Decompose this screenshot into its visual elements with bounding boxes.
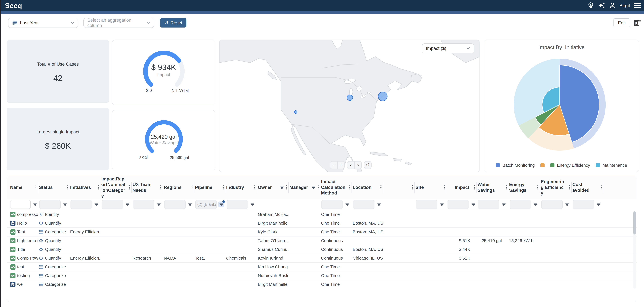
column-menu-icon[interactable] (536, 184, 539, 190)
scrollbar-thumb[interactable] (634, 212, 636, 234)
column-menu-icon[interactable] (222, 184, 224, 190)
filter-input-impact[interactable] (448, 200, 469, 209)
filter-input-industry[interactable] (226, 200, 248, 209)
filter-funnel-icon[interactable] (564, 202, 570, 207)
aggregation-select[interactable]: Select an aggregation column (84, 18, 154, 28)
col-header-blank[interactable] (383, 176, 415, 199)
table-row[interactable]: high temp idQuantifyTatum O'Kenn...Conti… (7, 236, 637, 245)
column-menu-icon[interactable] (128, 184, 131, 190)
header-filter-icon[interactable] (280, 185, 284, 190)
time-range-select[interactable]: Last Year (8, 18, 78, 28)
table-row[interactable]: testCategorizeKin How ChongOne Time (7, 263, 637, 272)
filter-funnel-icon[interactable] (125, 202, 130, 207)
filter-input-impact_calculation_method[interactable] (322, 200, 343, 209)
column-menu-icon[interactable] (473, 184, 476, 190)
filter-input-site[interactable] (416, 200, 437, 209)
map-bubble[interactable] (294, 111, 297, 114)
column-menu-icon[interactable] (505, 184, 508, 190)
table-vertical-scrollbar[interactable] (634, 211, 636, 289)
col-header-impact_report_nomination_category[interactable]: ImpactReportNominationCategory (100, 176, 132, 199)
col-header-engineering_efficiency[interactable]: Engineering Efficiency (540, 176, 572, 199)
filter-input-location[interactable] (353, 200, 374, 209)
filter-funnel-icon[interactable] (470, 202, 476, 207)
column-menu-icon[interactable] (411, 184, 414, 190)
hamburger-menu-icon[interactable] (634, 3, 641, 8)
legend-item[interactable] (540, 163, 544, 168)
col-header-industry[interactable]: Industry (226, 176, 257, 199)
filter-funnel-icon[interactable] (218, 202, 224, 207)
map-bubble[interactable] (378, 92, 387, 101)
column-menu-icon[interactable] (254, 184, 256, 190)
filter-funnel-icon[interactable] (156, 202, 162, 207)
legend-item[interactable]: Energy Efficiency (550, 163, 590, 168)
column-menu-icon[interactable] (160, 184, 162, 190)
col-header-ux_team_needs[interactable]: UX Team Needs (132, 176, 163, 199)
column-menu-icon[interactable] (191, 184, 193, 190)
filter-input-name[interactable] (10, 200, 31, 209)
filter-input-pipeline[interactable]: (2) (Blanks) (195, 200, 217, 209)
col-header-manager[interactable]: Manager (288, 176, 320, 199)
map-bubble[interactable] (347, 95, 353, 100)
filter-funnel-icon[interactable] (439, 202, 445, 207)
impact-by-initiative-pie[interactable] (484, 40, 639, 172)
col-header-impact_calculation_method[interactable]: Impact Calculation Method (320, 176, 352, 199)
filter-funnel-icon[interactable] (62, 202, 68, 207)
header-filter-icon[interactable] (312, 185, 316, 190)
col-header-name[interactable]: Name (7, 176, 38, 199)
col-header-pipeline[interactable]: Pipeline (194, 176, 226, 199)
legend-item[interactable]: Batch Monitoring (496, 163, 535, 168)
map-pan-right-button[interactable]: › (354, 162, 362, 168)
excel-export-icon[interactable]: X (634, 19, 642, 27)
filter-input-regions[interactable] (164, 200, 186, 209)
col-header-owner[interactable]: Owner (257, 176, 288, 199)
column-menu-icon[interactable] (66, 184, 68, 190)
filter-funnel-icon[interactable] (532, 202, 538, 207)
reset-button[interactable]: ↺ Reset (160, 18, 186, 28)
filter-input-impact_report_nomination_category[interactable] (102, 200, 123, 209)
column-menu-icon[interactable] (317, 184, 320, 190)
col-header-water_savings[interactable]: Water Savings (477, 176, 508, 199)
column-menu-icon[interactable] (348, 184, 351, 190)
map-reset-button[interactable]: ↺ (364, 162, 372, 168)
filter-funnel-icon[interactable] (187, 202, 193, 207)
filter-input-cost_avoided[interactable] (573, 200, 594, 209)
col-header-regions[interactable]: Regions (163, 176, 194, 199)
map-zoom-out-button[interactable]: − (330, 162, 337, 168)
filter-funnel-icon[interactable] (596, 202, 602, 207)
filter-funnel-icon[interactable] (501, 202, 507, 207)
filter-input-water_savings[interactable] (478, 200, 499, 209)
filter-input-engineering_efficiency[interactable] (541, 200, 562, 209)
filter-input-status[interactable] (39, 200, 60, 209)
col-header-impact[interactable]: Impact (446, 176, 476, 199)
edit-button[interactable]: Edit (614, 18, 630, 27)
col-header-energy_savings[interactable]: Energy Savings (508, 176, 540, 199)
column-menu-icon[interactable] (600, 184, 602, 190)
col-header-cost_avoided[interactable]: Cost avoided (572, 176, 603, 199)
col-header-location[interactable]: Location (352, 176, 383, 199)
table-row[interactable]: weCategorizeBirgit MartinelleOne Time (7, 280, 637, 289)
table-row[interactable]: TestCategorizeEnergy Efficien...Kyle Cla… (7, 228, 637, 236)
filter-funnel-icon[interactable] (344, 202, 350, 207)
col-header-initiatives[interactable]: Initiatives (69, 176, 100, 199)
seeq-logo[interactable]: Seeq (5, 2, 22, 10)
map-pan-left-button[interactable]: ‹ (347, 162, 354, 168)
filter-input-ux_team_needs[interactable] (133, 200, 154, 209)
table-row[interactable]: compressorIdentifyGraham McHa...One Time (7, 210, 637, 219)
filter-funnel-icon[interactable] (94, 202, 99, 207)
filter-funnel-icon[interactable] (250, 202, 255, 207)
column-menu-icon[interactable] (443, 184, 446, 190)
column-menu-icon[interactable] (35, 184, 37, 190)
table-row[interactable]: HelloQuantifyBirgit MartinelleOne TimeBo… (7, 219, 637, 228)
table-row[interactable]: testingCategorizeNuraisyah RosliOne Time (7, 272, 637, 280)
column-menu-icon[interactable] (285, 184, 288, 190)
table-row[interactable]: TitleQuantifyShamus Cunni...ContinuousBo… (7, 245, 637, 254)
filter-input-initiatives[interactable] (70, 200, 92, 209)
user-name[interactable]: Birgit (619, 3, 630, 8)
map-metric-select[interactable]: Impact ($) (422, 44, 474, 53)
column-menu-icon[interactable] (380, 184, 382, 190)
col-header-site[interactable]: Site (415, 176, 446, 199)
column-menu-icon[interactable] (568, 184, 571, 190)
legend-item[interactable]: Maintenance (596, 163, 627, 168)
column-menu-icon[interactable] (97, 184, 100, 190)
filter-funnel-icon[interactable] (32, 202, 38, 207)
